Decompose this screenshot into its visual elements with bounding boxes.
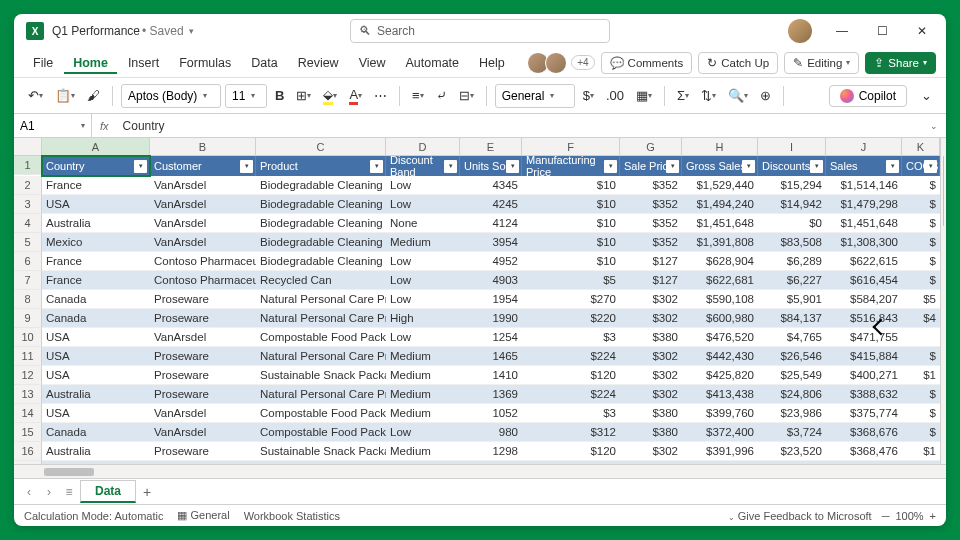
filter-icon[interactable]: ▾: [810, 160, 823, 173]
cell[interactable]: Medium: [386, 366, 460, 385]
cell[interactable]: $302: [620, 385, 682, 404]
menu-home[interactable]: Home: [64, 52, 117, 74]
cell[interactable]: USA: [42, 347, 150, 366]
find-button[interactable]: 🔍▾: [724, 83, 752, 109]
table-header-cogs[interactable]: COGS▾: [902, 156, 940, 176]
cell[interactable]: 1465: [460, 347, 522, 366]
menu-file[interactable]: File: [24, 52, 62, 74]
cell[interactable]: 4952: [460, 252, 522, 271]
menu-formulas[interactable]: Formulas: [170, 52, 240, 74]
cell[interactable]: $368,476: [826, 442, 902, 461]
col-header-H[interactable]: H: [682, 138, 758, 156]
cell[interactable]: Proseware: [150, 347, 256, 366]
cell[interactable]: $0: [758, 461, 826, 464]
cell[interactable]: Biodegradable Cleaning Products: [256, 176, 386, 195]
table-header-country[interactable]: Country▾: [42, 156, 150, 176]
tab-next-button[interactable]: ›: [40, 485, 58, 499]
autosum-button[interactable]: Σ▾: [673, 83, 693, 109]
tab-list-button[interactable]: ≡: [60, 485, 78, 499]
cell[interactable]: 954: [460, 461, 522, 464]
cell[interactable]: Natural Personal Care Products: [256, 385, 386, 404]
cell[interactable]: 1298: [460, 442, 522, 461]
cell[interactable]: Medium: [386, 385, 460, 404]
search-box[interactable]: 🔍︎ Search: [350, 19, 610, 43]
cell[interactable]: High: [386, 309, 460, 328]
cell[interactable]: $: [902, 176, 940, 195]
merge-button[interactable]: ⊟▾: [455, 83, 478, 109]
paste-button[interactable]: 📋▾: [51, 83, 79, 109]
font-size-selector[interactable]: 11▾: [225, 84, 267, 108]
filter-icon[interactable]: ▾: [742, 160, 755, 173]
cell[interactable]: $352: [620, 214, 682, 233]
cell[interactable]: $0: [758, 214, 826, 233]
cell[interactable]: Canada: [42, 309, 150, 328]
filter-icon[interactable]: ▾: [666, 160, 679, 173]
cell[interactable]: Low: [386, 176, 460, 195]
cell[interactable]: $616,454: [826, 271, 902, 290]
cell[interactable]: $1: [902, 366, 940, 385]
cell[interactable]: [902, 328, 940, 347]
cell[interactable]: $: [902, 423, 940, 442]
add-sheet-button[interactable]: +: [138, 484, 156, 500]
cell[interactable]: Medium: [386, 442, 460, 461]
filter-icon[interactable]: ▾: [886, 160, 899, 173]
table-header-discounts[interactable]: Discounts▾: [758, 156, 826, 176]
cell[interactable]: Mexico: [42, 233, 150, 252]
cell[interactable]: $26,546: [758, 347, 826, 366]
cell[interactable]: $: [902, 214, 940, 233]
menu-insert[interactable]: Insert: [119, 52, 168, 74]
cell[interactable]: $5: [522, 271, 620, 290]
sort-filter-button[interactable]: ⇅▾: [697, 83, 720, 109]
filter-icon[interactable]: ▾: [240, 160, 253, 173]
cell[interactable]: $3: [522, 328, 620, 347]
cell[interactable]: Natural Personal Care Products: [256, 347, 386, 366]
cell[interactable]: 4903: [460, 271, 522, 290]
cell[interactable]: Biodegradable Cleaning Products: [256, 233, 386, 252]
cell[interactable]: $362,520: [682, 461, 758, 464]
cell[interactable]: Australia: [42, 385, 150, 404]
cell[interactable]: $1: [902, 442, 940, 461]
table-header-customer[interactable]: Customer▾: [150, 156, 256, 176]
cell[interactable]: Proseware: [150, 442, 256, 461]
cell[interactable]: $: [902, 404, 940, 423]
workbook-stats[interactable]: Workbook Statistics: [244, 510, 340, 522]
cell[interactable]: France: [42, 176, 150, 195]
col-header-A[interactable]: A: [42, 138, 150, 156]
row-header-14[interactable]: 14: [14, 404, 42, 423]
cell[interactable]: USA: [42, 366, 150, 385]
cell[interactable]: $84,137: [758, 309, 826, 328]
cell[interactable]: $: [902, 233, 940, 252]
filter-icon[interactable]: ▾: [506, 160, 519, 173]
catchup-button[interactable]: ↻Catch Up: [698, 52, 778, 74]
comments-button[interactable]: 💬Comments: [601, 52, 693, 74]
collaborators[interactable]: +4: [527, 52, 594, 74]
menu-review[interactable]: Review: [289, 52, 348, 74]
cell[interactable]: $1,391,808: [682, 233, 758, 252]
col-header-J[interactable]: J: [826, 138, 902, 156]
currency-button[interactable]: $▾: [579, 83, 598, 109]
col-header-G[interactable]: G: [620, 138, 682, 156]
cell[interactable]: Compostable Food Packaging: [256, 423, 386, 442]
cell[interactable]: Compostable Food Packaging: [256, 404, 386, 423]
col-header-I[interactable]: I: [758, 138, 826, 156]
cell[interactable]: $127: [620, 252, 682, 271]
row-header-17[interactable]: 17: [14, 461, 42, 464]
cell[interactable]: Low: [386, 423, 460, 442]
cell[interactable]: $220: [522, 309, 620, 328]
cell[interactable]: $476,520: [682, 328, 758, 347]
cell[interactable]: $23,986: [758, 404, 826, 423]
row-header-5[interactable]: 5: [14, 233, 42, 252]
cell[interactable]: $628,904: [682, 252, 758, 271]
format-painter-button[interactable]: 🖌: [83, 83, 104, 109]
cell[interactable]: 1410: [460, 366, 522, 385]
cell[interactable]: USA: [42, 195, 150, 214]
cell[interactable]: None: [386, 461, 460, 464]
row-header-4[interactable]: 4: [14, 214, 42, 233]
cell[interactable]: 1369: [460, 385, 522, 404]
cell[interactable]: $3: [522, 404, 620, 423]
cell[interactable]: Low: [386, 271, 460, 290]
filter-icon[interactable]: ▾: [370, 160, 383, 173]
filter-icon[interactable]: ▾: [134, 160, 147, 173]
cell[interactable]: $362,520: [826, 461, 902, 464]
decimal-decrease-button[interactable]: .00: [602, 83, 628, 109]
